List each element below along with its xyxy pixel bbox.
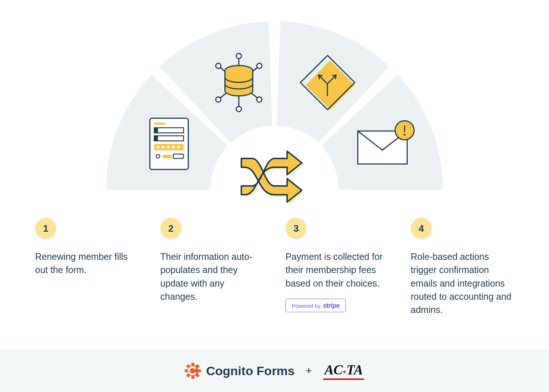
- svg-rect-1: [154, 123, 165, 125]
- step-3-number: 3: [285, 218, 307, 239]
- svg-rect-13: [163, 155, 172, 158]
- svg-point-30: [404, 134, 406, 136]
- step-1: 1 Renewing member fills out the form.: [35, 218, 138, 316]
- stripe-badge: Powered by stripe: [285, 299, 346, 312]
- step-4-number: 4: [411, 218, 432, 239]
- stripe-powered-label: Powered by: [292, 303, 321, 309]
- svg-point-18: [236, 53, 242, 59]
- svg-point-8: [162, 146, 165, 149]
- process-fan-diagram: [102, 21, 448, 212]
- svg-rect-5: [154, 136, 158, 141]
- step-3: 3 Payment is collected for their members…: [285, 218, 389, 316]
- svg-point-11: [177, 146, 180, 149]
- svg-point-9: [167, 146, 170, 149]
- svg-point-21: [257, 63, 262, 68]
- svg-point-20: [216, 63, 221, 68]
- step-1-number: 1: [35, 218, 56, 239]
- svg-point-19: [236, 107, 242, 112]
- svg-point-22: [216, 97, 221, 102]
- stripe-brand: stripe: [323, 302, 340, 310]
- routing-icon: [242, 151, 304, 204]
- step-1-text: Renewing member fills out the form.: [35, 250, 138, 277]
- footer-bar: Cognito Forms + AC✦TA: [0, 350, 549, 357]
- svg-rect-3: [154, 128, 158, 133]
- steps-row: 1 Renewing member fills out the form. 2 …: [35, 218, 514, 316]
- step-2-number: 2: [160, 218, 182, 239]
- step-2: 2 Their information auto-populates and t…: [160, 218, 264, 316]
- step-3-text: Payment is collected for their membershi…: [285, 250, 388, 290]
- step-4: 4 Role-based actions trigger confirmatio…: [411, 218, 514, 316]
- svg-point-7: [157, 146, 160, 149]
- svg-point-23: [257, 97, 262, 102]
- step-2-text: Their information auto-populates and the…: [160, 250, 263, 303]
- svg-point-10: [172, 146, 175, 149]
- step-4-text: Role-based actions trigger confirmation …: [411, 250, 513, 316]
